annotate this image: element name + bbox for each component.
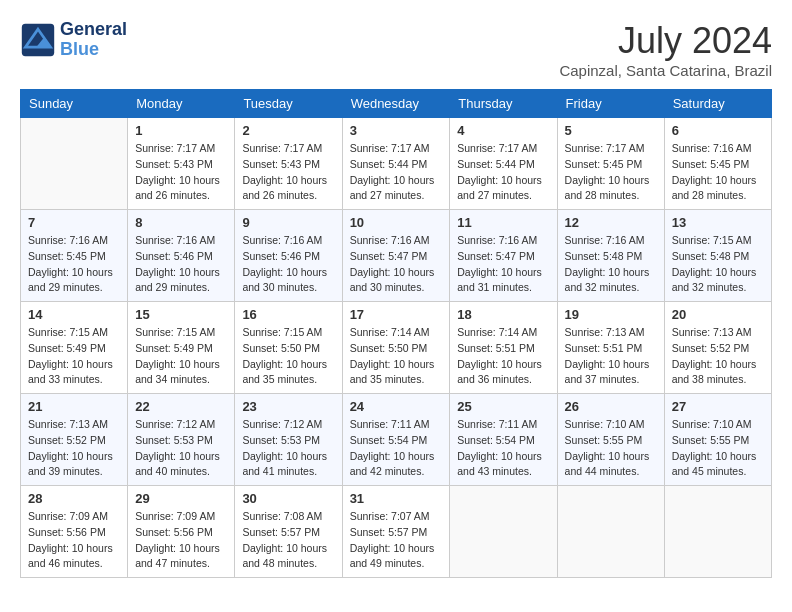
- day-number: 9: [242, 215, 334, 230]
- location: Capinzal, Santa Catarina, Brazil: [559, 62, 772, 79]
- calendar-week-row: 28Sunrise: 7:09 AMSunset: 5:56 PMDayligh…: [21, 486, 772, 578]
- calendar-cell: 31Sunrise: 7:07 AMSunset: 5:57 PMDayligh…: [342, 486, 450, 578]
- day-number: 20: [672, 307, 764, 322]
- day-info: Sunrise: 7:16 AMSunset: 5:45 PMDaylight:…: [28, 233, 120, 296]
- day-info: Sunrise: 7:07 AMSunset: 5:57 PMDaylight:…: [350, 509, 443, 572]
- day-info: Sunrise: 7:15 AMSunset: 5:48 PMDaylight:…: [672, 233, 764, 296]
- calendar-cell: 14Sunrise: 7:15 AMSunset: 5:49 PMDayligh…: [21, 302, 128, 394]
- calendar-cell: 5Sunrise: 7:17 AMSunset: 5:45 PMDaylight…: [557, 118, 664, 210]
- calendar-cell: 10Sunrise: 7:16 AMSunset: 5:47 PMDayligh…: [342, 210, 450, 302]
- calendar-header-friday: Friday: [557, 90, 664, 118]
- calendar-week-row: 14Sunrise: 7:15 AMSunset: 5:49 PMDayligh…: [21, 302, 772, 394]
- day-info: Sunrise: 7:11 AMSunset: 5:54 PMDaylight:…: [350, 417, 443, 480]
- calendar-cell: 1Sunrise: 7:17 AMSunset: 5:43 PMDaylight…: [128, 118, 235, 210]
- calendar-header-wednesday: Wednesday: [342, 90, 450, 118]
- logo: General Blue: [20, 20, 127, 60]
- day-info: Sunrise: 7:17 AMSunset: 5:43 PMDaylight:…: [135, 141, 227, 204]
- day-number: 25: [457, 399, 549, 414]
- day-number: 12: [565, 215, 657, 230]
- day-number: 3: [350, 123, 443, 138]
- day-number: 28: [28, 491, 120, 506]
- day-number: 14: [28, 307, 120, 322]
- calendar-cell: 8Sunrise: 7:16 AMSunset: 5:46 PMDaylight…: [128, 210, 235, 302]
- calendar-header-tuesday: Tuesday: [235, 90, 342, 118]
- day-info: Sunrise: 7:13 AMSunset: 5:51 PMDaylight:…: [565, 325, 657, 388]
- calendar-cell: 4Sunrise: 7:17 AMSunset: 5:44 PMDaylight…: [450, 118, 557, 210]
- calendar-cell: 20Sunrise: 7:13 AMSunset: 5:52 PMDayligh…: [664, 302, 771, 394]
- day-info: Sunrise: 7:16 AMSunset: 5:46 PMDaylight:…: [242, 233, 334, 296]
- calendar-cell: 19Sunrise: 7:13 AMSunset: 5:51 PMDayligh…: [557, 302, 664, 394]
- calendar-cell: 15Sunrise: 7:15 AMSunset: 5:49 PMDayligh…: [128, 302, 235, 394]
- calendar-cell: 22Sunrise: 7:12 AMSunset: 5:53 PMDayligh…: [128, 394, 235, 486]
- calendar-cell: 2Sunrise: 7:17 AMSunset: 5:43 PMDaylight…: [235, 118, 342, 210]
- calendar-cell: 9Sunrise: 7:16 AMSunset: 5:46 PMDaylight…: [235, 210, 342, 302]
- calendar-cell: 29Sunrise: 7:09 AMSunset: 5:56 PMDayligh…: [128, 486, 235, 578]
- page-header: General Blue July 2024 Capinzal, Santa C…: [20, 20, 772, 79]
- day-number: 27: [672, 399, 764, 414]
- day-info: Sunrise: 7:12 AMSunset: 5:53 PMDaylight:…: [242, 417, 334, 480]
- day-info: Sunrise: 7:13 AMSunset: 5:52 PMDaylight:…: [28, 417, 120, 480]
- day-info: Sunrise: 7:17 AMSunset: 5:44 PMDaylight:…: [350, 141, 443, 204]
- day-number: 23: [242, 399, 334, 414]
- day-info: Sunrise: 7:15 AMSunset: 5:49 PMDaylight:…: [135, 325, 227, 388]
- day-info: Sunrise: 7:09 AMSunset: 5:56 PMDaylight:…: [28, 509, 120, 572]
- calendar-week-row: 1Sunrise: 7:17 AMSunset: 5:43 PMDaylight…: [21, 118, 772, 210]
- calendar-cell: [557, 486, 664, 578]
- day-info: Sunrise: 7:15 AMSunset: 5:49 PMDaylight:…: [28, 325, 120, 388]
- day-info: Sunrise: 7:15 AMSunset: 5:50 PMDaylight:…: [242, 325, 334, 388]
- calendar-cell: [21, 118, 128, 210]
- calendar-cell: 23Sunrise: 7:12 AMSunset: 5:53 PMDayligh…: [235, 394, 342, 486]
- calendar-week-row: 7Sunrise: 7:16 AMSunset: 5:45 PMDaylight…: [21, 210, 772, 302]
- day-number: 18: [457, 307, 549, 322]
- logo-text-line2: Blue: [60, 40, 127, 60]
- day-number: 30: [242, 491, 334, 506]
- calendar-cell: 6Sunrise: 7:16 AMSunset: 5:45 PMDaylight…: [664, 118, 771, 210]
- day-info: Sunrise: 7:14 AMSunset: 5:50 PMDaylight:…: [350, 325, 443, 388]
- day-number: 6: [672, 123, 764, 138]
- calendar-header-sunday: Sunday: [21, 90, 128, 118]
- day-number: 31: [350, 491, 443, 506]
- day-number: 16: [242, 307, 334, 322]
- day-number: 11: [457, 215, 549, 230]
- day-number: 29: [135, 491, 227, 506]
- day-info: Sunrise: 7:16 AMSunset: 5:47 PMDaylight:…: [457, 233, 549, 296]
- calendar-cell: 28Sunrise: 7:09 AMSunset: 5:56 PMDayligh…: [21, 486, 128, 578]
- calendar-cell: 12Sunrise: 7:16 AMSunset: 5:48 PMDayligh…: [557, 210, 664, 302]
- day-info: Sunrise: 7:16 AMSunset: 5:45 PMDaylight:…: [672, 141, 764, 204]
- calendar-cell: 3Sunrise: 7:17 AMSunset: 5:44 PMDaylight…: [342, 118, 450, 210]
- title-block: July 2024 Capinzal, Santa Catarina, Braz…: [559, 20, 772, 79]
- day-info: Sunrise: 7:11 AMSunset: 5:54 PMDaylight:…: [457, 417, 549, 480]
- day-number: 15: [135, 307, 227, 322]
- logo-text-line1: General: [60, 20, 127, 40]
- calendar-cell: 30Sunrise: 7:08 AMSunset: 5:57 PMDayligh…: [235, 486, 342, 578]
- month-year: July 2024: [559, 20, 772, 62]
- day-number: 21: [28, 399, 120, 414]
- day-number: 8: [135, 215, 227, 230]
- calendar-cell: 27Sunrise: 7:10 AMSunset: 5:55 PMDayligh…: [664, 394, 771, 486]
- calendar-table: SundayMondayTuesdayWednesdayThursdayFrid…: [20, 89, 772, 578]
- day-number: 2: [242, 123, 334, 138]
- calendar-cell: 24Sunrise: 7:11 AMSunset: 5:54 PMDayligh…: [342, 394, 450, 486]
- day-number: 19: [565, 307, 657, 322]
- day-info: Sunrise: 7:16 AMSunset: 5:46 PMDaylight:…: [135, 233, 227, 296]
- day-number: 1: [135, 123, 227, 138]
- calendar-cell: 25Sunrise: 7:11 AMSunset: 5:54 PMDayligh…: [450, 394, 557, 486]
- day-number: 22: [135, 399, 227, 414]
- calendar-cell: 16Sunrise: 7:15 AMSunset: 5:50 PMDayligh…: [235, 302, 342, 394]
- day-info: Sunrise: 7:12 AMSunset: 5:53 PMDaylight:…: [135, 417, 227, 480]
- day-info: Sunrise: 7:14 AMSunset: 5:51 PMDaylight:…: [457, 325, 549, 388]
- day-info: Sunrise: 7:13 AMSunset: 5:52 PMDaylight:…: [672, 325, 764, 388]
- day-number: 7: [28, 215, 120, 230]
- calendar-cell: 18Sunrise: 7:14 AMSunset: 5:51 PMDayligh…: [450, 302, 557, 394]
- calendar-header-row: SundayMondayTuesdayWednesdayThursdayFrid…: [21, 90, 772, 118]
- calendar-cell: 21Sunrise: 7:13 AMSunset: 5:52 PMDayligh…: [21, 394, 128, 486]
- day-number: 24: [350, 399, 443, 414]
- day-info: Sunrise: 7:16 AMSunset: 5:48 PMDaylight:…: [565, 233, 657, 296]
- calendar-week-row: 21Sunrise: 7:13 AMSunset: 5:52 PMDayligh…: [21, 394, 772, 486]
- day-number: 26: [565, 399, 657, 414]
- logo-icon: [20, 22, 56, 58]
- calendar-cell: [664, 486, 771, 578]
- calendar-cell: 17Sunrise: 7:14 AMSunset: 5:50 PMDayligh…: [342, 302, 450, 394]
- day-number: 4: [457, 123, 549, 138]
- day-info: Sunrise: 7:16 AMSunset: 5:47 PMDaylight:…: [350, 233, 443, 296]
